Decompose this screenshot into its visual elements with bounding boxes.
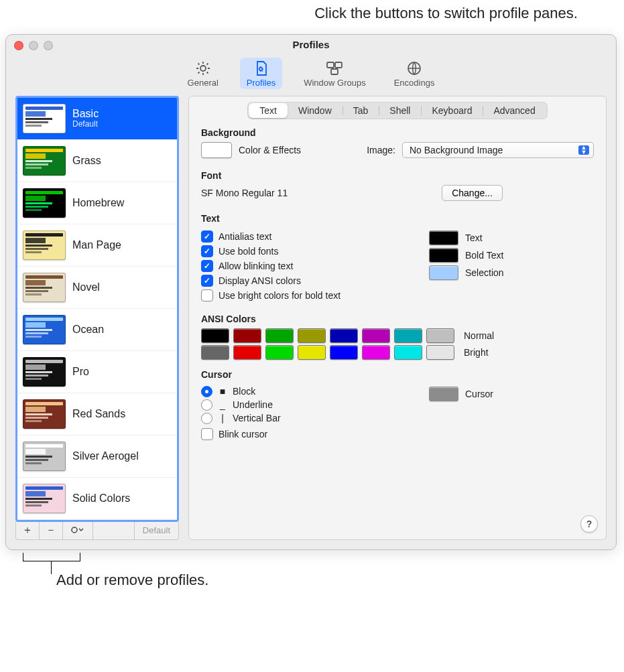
ansi-normal-4[interactable] [330,328,358,343]
background-image-label: Image: [367,145,395,155]
tab-shell[interactable]: Shell [379,103,421,118]
ansi-normal-row: Normal [201,328,594,343]
callout-leader-bottom [51,561,52,574]
gear-icon [194,60,212,76]
tab-tab[interactable]: Tab [342,103,379,118]
profile-item-man-page[interactable]: Man Page [17,224,177,267]
ansi-row-label: Bright [464,347,489,358]
ansi-bright-5[interactable] [362,345,390,360]
window-groups-icon [325,60,344,76]
tab-advanced[interactable]: Advanced [483,103,546,118]
toolbar-encodings[interactable]: Encodings [387,58,442,89]
toolbar-profiles[interactable]: Profiles [240,58,282,89]
text-option-0[interactable]: Antialias text [201,230,389,243]
radio-label: Block [233,386,255,397]
callout-top-text: Click the buttons to switch profile pane… [314,5,578,21]
radio[interactable] [201,413,212,424]
ansi-normal-1[interactable] [233,328,261,343]
footer-spacer [93,522,135,539]
profile-item-grass[interactable]: Grass [17,140,177,182]
color-well-bold-text[interactable] [429,248,458,263]
background-image-value: No Background Image [410,145,503,155]
ansi-normal-6[interactable] [394,328,422,343]
profile-actions-menu[interactable] [63,522,93,539]
ansi-bright-7[interactable] [426,345,454,360]
radio[interactable] [201,399,212,411]
checkbox[interactable] [201,289,213,301]
ansi-normal-2[interactable] [265,328,294,343]
profile-item-novel[interactable]: Novel [17,267,177,309]
ansi-bright-2[interactable] [265,345,294,360]
svg-rect-3 [335,62,342,68]
profile-item-ocean[interactable]: Ocean [17,309,177,351]
checkbox[interactable] [201,245,213,257]
profile-name: Red Sands [72,408,125,420]
profile-item-basic[interactable]: BasicDefault [17,98,177,140]
set-default-button[interactable]: Default [135,522,178,539]
profile-list[interactable]: BasicDefaultGrassHomebrewMan PageNovelOc… [15,96,179,522]
color-label: Bold Text [465,250,503,261]
profile-name: Ocean [72,324,104,336]
ansi-bright-1[interactable] [233,345,261,360]
tab-text[interactable]: Text [249,103,288,118]
profile-thumbnail [23,442,66,471]
toolbar-window-groups-label: Window Groups [304,78,365,88]
ansi-bright-4[interactable] [330,345,358,360]
cursor-option-underline[interactable]: _Underline [201,399,389,411]
help-button[interactable]: ? [580,515,598,533]
add-profile-button[interactable]: ＋ [16,522,40,539]
text-option-2[interactable]: Allow blinking text [201,260,389,272]
profile-item-pro[interactable]: Pro [17,351,177,393]
svg-rect-4 [331,69,338,74]
remove-profile-button[interactable]: － [40,522,63,539]
text-option-4[interactable]: Use bright colors for bold text [201,289,389,301]
toolbar-general[interactable]: General [181,58,225,89]
profile-thumbnail [23,104,66,133]
profile-item-solid-colors[interactable]: Solid Colors [17,478,177,520]
change-font-button[interactable]: Change... [442,185,503,201]
profile-thumbnail [23,399,66,429]
background-color-well[interactable] [201,142,232,158]
profile-thumbnail [23,230,66,260]
cursor-color-well[interactable] [429,387,458,401]
ansi-bright-3[interactable] [298,345,326,360]
toolbar-profiles-label: Profiles [247,78,275,88]
profile-list-footer: ＋ － Default [15,522,179,540]
checkbox[interactable] [201,260,213,272]
radio[interactable] [201,386,212,397]
cursor-option-vertical-bar[interactable]: |Vertical Bar [201,413,389,424]
checkbox-label: Display ANSI colors [219,275,301,286]
profile-item-red-sands[interactable]: Red Sands [17,393,177,435]
titlebar: Profiles [6,35,616,55]
checkbox[interactable] [201,275,213,287]
tab-window[interactable]: Window [288,103,342,118]
ansi-bright-0[interactable] [201,345,229,360]
text-option-3[interactable]: Display ANSI colors [201,275,389,287]
ansi-normal-5[interactable] [362,328,390,343]
ansi-bright-row: Bright [201,345,594,360]
checkbox-label: Antialias text [219,231,271,242]
checkbox[interactable] [201,428,213,440]
blink-cursor-option[interactable]: Blink cursor [201,428,389,440]
toolbar-encodings-label: Encodings [394,78,435,88]
profile-item-silver-aerogel[interactable]: Silver Aerogel [17,435,177,478]
color-well-selection[interactable] [429,265,458,280]
color-well-text[interactable] [429,230,458,245]
background-image-select[interactable]: No Background Image ▲▼ [402,142,594,158]
checkbox[interactable] [201,230,213,243]
profile-item-homebrew[interactable]: Homebrew [17,182,177,224]
profile-name: Silver Aerogel [72,450,139,462]
checkbox-label: Use bright colors for bold text [219,290,340,301]
profile-thumbnail [23,315,66,344]
cursor-option-block[interactable]: ■Block [201,386,389,397]
ansi-normal-3[interactable] [298,328,326,343]
font-heading: Font [201,170,594,181]
globe-icon [405,60,424,76]
ansi-bright-6[interactable] [394,345,422,360]
toolbar-window-groups[interactable]: Window Groups [297,58,372,89]
ansi-normal-7[interactable] [426,328,454,343]
cursor-heading: Cursor [201,369,594,380]
text-option-1[interactable]: Use bold fonts [201,245,389,257]
ansi-normal-0[interactable] [201,328,229,343]
tab-keyboard[interactable]: Keyboard [421,103,483,118]
